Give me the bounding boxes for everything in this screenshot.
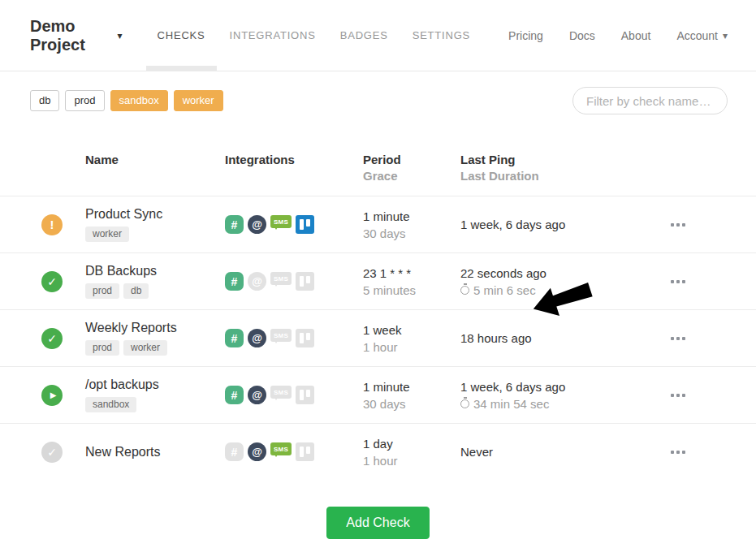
status-icon-new: ✓	[41, 442, 63, 463]
grace-value: 5 minutes	[363, 283, 460, 297]
last-ping-value: 1 week, 6 days ago	[460, 218, 667, 231]
checks-table: Name Integrations Period Grace Last Ping…	[0, 114, 756, 480]
row-menu-button[interactable]	[667, 330, 689, 347]
check-name[interactable]: New Reports	[85, 445, 225, 460]
project-switcher[interactable]: Demo Project ▾	[30, 17, 123, 54]
email-icon: @	[248, 215, 266, 234]
check-tag: prod	[85, 283, 119, 299]
trello-icon	[296, 386, 314, 404]
table-row: ▶ /opt backups sandbox #@SMS 1 minute 30…	[0, 366, 756, 423]
column-integrations: Integrations	[225, 153, 363, 166]
slack-icon: #	[225, 442, 244, 461]
integration-icons: #@SMS	[225, 272, 363, 291]
stopwatch-icon	[460, 399, 469, 408]
check-tag: db	[123, 283, 149, 299]
grace-value: 30 days	[363, 227, 460, 240]
trello-icon	[296, 215, 314, 234]
check-tag: worker	[123, 340, 167, 356]
column-period: Period	[363, 153, 460, 166]
check-name[interactable]: Weekly Reports	[85, 321, 225, 335]
last-ping-value: 22 seconds ago	[460, 266, 667, 280]
row-menu-button[interactable]	[667, 387, 689, 403]
add-check-button[interactable]: Add Check	[326, 507, 429, 539]
check-name[interactable]: /opt backups	[85, 378, 225, 392]
integration-icons: #@SMS	[225, 386, 363, 404]
table-row: ✓ Weekly Reports prodworker #@SMS 1 week…	[0, 309, 756, 366]
nav-link-about[interactable]: About	[621, 29, 651, 42]
status-icon-up: ✓	[41, 328, 63, 349]
slack-icon: #	[225, 215, 244, 234]
row-menu-button[interactable]	[667, 444, 689, 460]
trello-icon	[296, 272, 314, 291]
grace-value: 1 hour	[363, 454, 460, 468]
status-icon-up: ✓	[41, 271, 63, 292]
last-ping-value: 1 week, 6 days ago	[460, 380, 667, 394]
grace-value: 30 days	[363, 397, 460, 411]
top-navigation: Demo Project ▾ CHECKSINTEGRATIONSBADGESS…	[0, 0, 756, 71]
chevron-down-icon: ▾	[723, 31, 728, 41]
integration-icons: #@SMS	[225, 215, 363, 234]
table-row: ✓ New Reports #@SMS 1 day 1 hour Never	[0, 423, 756, 480]
column-last-ping: Last Ping	[460, 153, 667, 166]
tab-settings[interactable]: SETTINGS	[401, 0, 482, 71]
project-name: Demo Project	[30, 17, 112, 54]
period-value: 23 1 * * *	[363, 266, 460, 280]
sms-icon: SMS	[270, 329, 292, 342]
status-icon-started: ▶	[41, 385, 63, 406]
slack-icon: #	[225, 329, 244, 347]
last-ping-value: 18 hours ago	[460, 331, 667, 345]
sms-icon: SMS	[270, 215, 292, 228]
account-menu[interactable]: Account▾	[676, 29, 728, 42]
sms-icon: SMS	[270, 386, 292, 399]
table-row: ✓ DB Backups proddb #@SMS 23 1 * * * 5 m…	[0, 252, 756, 309]
tag-filter-sandbox[interactable]: sandbox	[110, 90, 168, 111]
stopwatch-icon	[460, 286, 469, 295]
chevron-down-icon: ▾	[118, 31, 123, 41]
nav-link-docs[interactable]: Docs	[569, 29, 595, 42]
period-value: 1 minute	[363, 380, 460, 394]
row-menu-button[interactable]	[667, 274, 689, 290]
sms-icon: SMS	[270, 272, 292, 285]
filter-bar: dbprodsandboxworker	[0, 71, 756, 114]
check-tag: sandbox	[85, 397, 136, 412]
email-icon: @	[248, 386, 266, 404]
row-menu-button[interactable]	[667, 217, 689, 233]
tag-filter-worker[interactable]: worker	[174, 90, 223, 111]
trello-icon	[296, 329, 314, 347]
last-ping-value: Never	[460, 445, 667, 459]
nav-tabs: CHECKSINTEGRATIONSBADGESSETTINGS	[145, 0, 483, 71]
tab-checks[interactable]: CHECKS	[146, 0, 217, 71]
check-tag: prod	[85, 340, 119, 356]
tag-filters: dbprodsandboxworker	[30, 90, 223, 111]
tag-filter-prod[interactable]: prod	[65, 90, 104, 111]
integration-icons: #@SMS	[225, 329, 363, 347]
column-name: Name	[85, 153, 225, 166]
check-name[interactable]: Product Sync	[85, 207, 225, 222]
period-value: 1 week	[363, 323, 460, 337]
check-tags: proddb	[85, 283, 225, 299]
search-input[interactable]	[572, 87, 728, 114]
period-value: 1 minute	[363, 209, 460, 223]
trello-icon	[296, 442, 314, 461]
table-header: Name Integrations Period Grace Last Ping…	[0, 114, 756, 196]
slack-icon: #	[225, 272, 244, 291]
tab-badges[interactable]: BADGES	[329, 0, 400, 71]
tab-integrations[interactable]: INTEGRATIONS	[218, 0, 327, 71]
email-icon: @	[248, 272, 266, 291]
check-tag: worker	[85, 227, 129, 242]
last-duration-value: 5 min 6 sec	[460, 283, 667, 297]
nav-links: PricingDocsAboutAccount▾	[482, 29, 728, 42]
column-last-duration: Last Duration	[460, 169, 667, 183]
email-icon: @	[248, 329, 266, 347]
column-grace: Grace	[363, 169, 460, 183]
grace-value: 1 hour	[363, 340, 460, 354]
table-row: ! Product Sync worker #@SMS 1 minute 30 …	[0, 196, 756, 252]
email-icon: @	[248, 442, 266, 461]
check-name[interactable]: DB Backups	[85, 264, 225, 278]
nav-link-pricing[interactable]: Pricing	[508, 29, 543, 42]
tag-filter-db[interactable]: db	[30, 90, 59, 111]
period-value: 1 day	[363, 437, 460, 451]
check-tags: worker	[85, 227, 225, 242]
status-icon-late: !	[41, 214, 63, 235]
integration-icons: #@SMS	[225, 442, 363, 461]
